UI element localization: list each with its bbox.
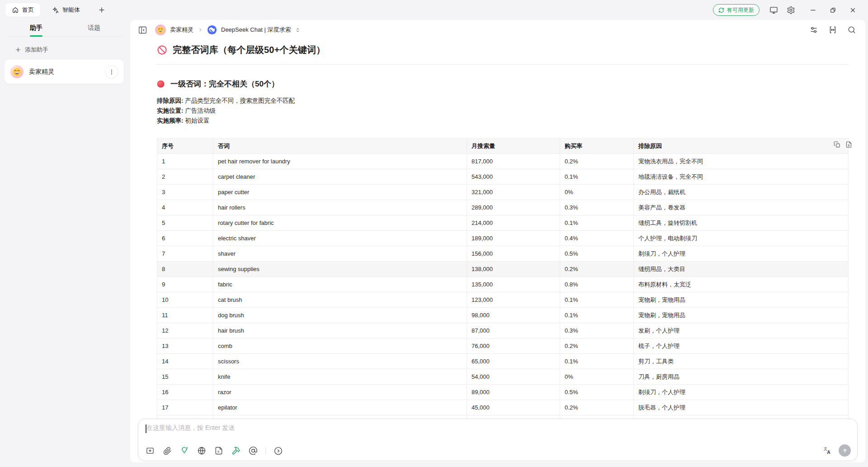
table-row: 14scissors65,0000.1%剪刀，工具类 [157, 354, 849, 369]
tools-hammer-button[interactable] [231, 446, 241, 456]
table-cell: 0.3% [560, 200, 634, 215]
table-cell: shaver [213, 246, 467, 262]
attachment-button[interactable] [162, 446, 172, 456]
table-cell: 6 [157, 231, 213, 246]
table-cell: 个人护理，电动剃须刀 [634, 231, 849, 246]
table-cell: 0.2% [560, 262, 634, 277]
table-cell: 0.5% [560, 246, 634, 262]
model-selector[interactable]: DeepSeek Chat | 深度求索 [221, 26, 291, 34]
table-cell: epilator [213, 400, 467, 415]
table-cell: 1 [157, 154, 213, 169]
table-cell: 0.8% [560, 277, 634, 292]
sidebar-tab-label: 助手 [30, 24, 42, 32]
meta-value: 广告活动级 [185, 107, 216, 114]
table-cell: 543,000 [467, 169, 560, 185]
table-cell: paper cutter [213, 185, 467, 200]
selector-updown-icon[interactable] [295, 27, 301, 33]
table-row: 2carpet cleaner543,0000.1%地毯清洁设备，完全不同 [157, 169, 849, 185]
tune-icon[interactable] [809, 25, 818, 34]
sidebar-tab-topics[interactable]: 话题 [65, 20, 123, 36]
mention-button[interactable] [248, 446, 258, 456]
assistant-card[interactable]: 卖家精灵 [5, 60, 124, 84]
svg-text:a: a [217, 449, 220, 453]
table-cell: 189,000 [467, 231, 560, 246]
table-cell: 0.2% [560, 338, 634, 354]
copy-table-button[interactable] [834, 141, 840, 148]
update-badge[interactable]: 有可用更新 [713, 4, 760, 16]
table-cell: razor [213, 385, 467, 400]
table-cell: dog brush [213, 308, 467, 323]
search-icon[interactable] [847, 25, 856, 34]
active-tab-underline [30, 35, 42, 37]
table-cell: rotary cutter for fabric [213, 215, 467, 231]
update-badge-label: 有可用更新 [727, 6, 754, 14]
table-cell: 宠物刷，宠物用品 [634, 292, 849, 308]
table-cell: 宠物刷，宠物用品 [634, 308, 849, 323]
meta-line: 实施频率: 初始设置 [157, 116, 849, 126]
table-cell: 宠物洗衣用品，完全不同 [634, 154, 849, 169]
table-cell: 脱毛器，个人护理 [634, 400, 849, 415]
table-cell: 14 [157, 354, 213, 369]
assistant-more-button[interactable] [105, 65, 118, 79]
collapse-sidebar-button[interactable] [138, 25, 147, 35]
table-cell: hair brush [213, 323, 467, 338]
close-button[interactable] [843, 3, 863, 17]
meta-value: 产品类型完全不同，搜索意图完全不匹配 [185, 97, 295, 104]
table-cell: 0.1% [560, 292, 634, 308]
more-vertical-icon [108, 69, 115, 75]
composer: ? a 文A [138, 419, 858, 461]
table-cell: 剪刀，工具类 [634, 354, 849, 369]
sidebar-tab-assistant[interactable]: 助手 [7, 20, 65, 36]
table-cell: 0.4% [560, 231, 634, 246]
breadcrumb-assistant[interactable]: 卖家精灵 [170, 26, 193, 34]
web-search-button[interactable] [197, 446, 207, 456]
table-row: 10cat brush123,0000.1%宠物刷，宠物用品 [157, 292, 849, 308]
toolbar-divider [265, 448, 266, 454]
table-cell: 45,000 [467, 400, 560, 415]
table-row: 12hair brush87,0000.3%发刷，个人护理 [157, 323, 849, 338]
table-cell: 0.2% [560, 154, 634, 169]
tab-label: 首页 [22, 6, 34, 14]
table-cell: 98,000 [467, 308, 560, 323]
table-row: 13comb76,0000.2%梳子，个人护理 [157, 338, 849, 354]
gear-icon[interactable] [782, 3, 799, 17]
assistant-avatar [155, 24, 166, 35]
window-titlebar: 首页 智能体 有可用更新 [0, 0, 868, 20]
restore-button[interactable] [823, 3, 843, 17]
send-button[interactable] [839, 444, 851, 457]
column-header: 月搜索量 [467, 138, 560, 154]
table-cell: 0.5% [560, 385, 634, 400]
table-cell: 89,000 [467, 385, 560, 400]
section-heading: 一级否词：完全不相关（50个） [170, 79, 279, 89]
table-row: 9fabric135,0000.8%布料原材料，太宽泛 [157, 277, 849, 292]
tab-agents[interactable]: 智能体 [46, 3, 86, 17]
monitor-icon[interactable] [765, 3, 782, 17]
table-cell: 10 [157, 292, 213, 308]
new-tab-button[interactable] [98, 6, 105, 14]
collapse-toolbar-button[interactable] [273, 446, 283, 456]
chat-panel: 卖家精灵 DeepSeek Chat | 深度求索 [130, 20, 865, 462]
fit-width-icon[interactable] [828, 25, 837, 34]
table-cell: 12 [157, 323, 213, 338]
home-icon [12, 6, 19, 14]
table-cell: comb [213, 338, 467, 354]
table-cell: 76,000 [467, 338, 560, 354]
message-input[interactable] [146, 424, 803, 441]
table-cell: 138,000 [467, 262, 560, 277]
table-cell: 办公用品，裁纸机 [634, 185, 849, 200]
translate-button[interactable]: 文A [823, 446, 832, 455]
table-cell: 0% [560, 185, 634, 200]
table-row: 1pet hair remover for laundry817,0000.2%… [157, 154, 849, 169]
new-topic-button[interactable] [145, 446, 155, 456]
table-cell: 15 [157, 369, 213, 385]
lightbulb-question-button[interactable]: ? [179, 446, 189, 456]
doc-translate-button[interactable]: a [214, 446, 224, 456]
tab-home[interactable]: 首页 [5, 3, 40, 17]
table-cell: 87,000 [467, 323, 560, 338]
table-cell: sewing supplies [213, 262, 467, 277]
export-doc-button[interactable] [845, 141, 852, 148]
page-title: 完整否词库（每个层级50+个关键词） [173, 44, 326, 56]
minimize-button[interactable] [803, 3, 823, 17]
add-assistant-button[interactable]: 添加助手 [15, 46, 123, 54]
meta-label: 实施频率: [157, 117, 184, 124]
